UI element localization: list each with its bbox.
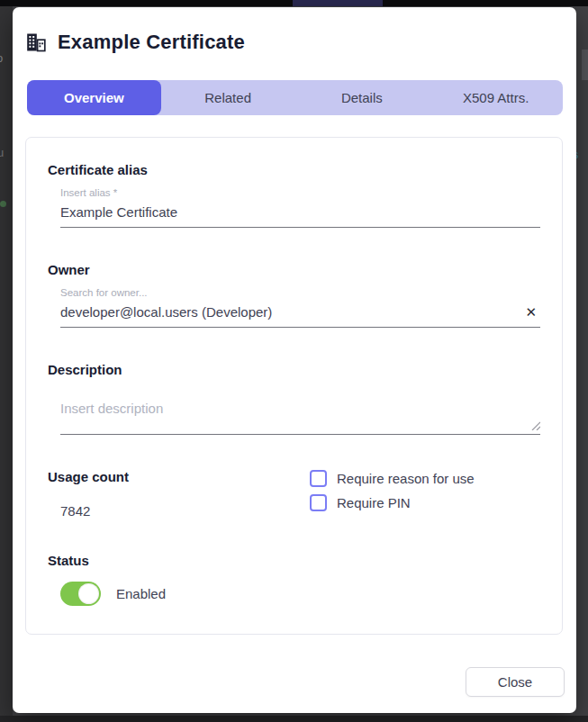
clear-owner-icon[interactable]: ✕ [521,305,540,319]
background-bottom-strip [0,716,588,722]
resize-handle-icon[interactable] [530,420,540,430]
certificate-alias-input[interactable]: Example Certificate [60,204,540,220]
require-pin-checkbox[interactable] [310,494,327,511]
certificate-alias-value: Example Certificate [60,204,540,220]
tab-related[interactable]: Related [161,80,295,115]
certificate-alias-field: Insert alias * Example Certificate [60,187,540,228]
certificate-alias-field-label: Insert alias * [60,187,540,198]
require-reason-label: Require reason for use [337,471,475,486]
background-box-fragment [582,50,588,80]
require-reason-checkbox-row[interactable]: Require reason for use [310,470,475,487]
status-group: Status Enabled [48,553,540,606]
status-toggle[interactable] [60,582,101,606]
owner-group: Owner Search for owner... developer@loca… [48,262,540,328]
tab-details[interactable]: Details [295,80,430,115]
certificate-dialog: Example Certificate Overview Related Det… [13,7,576,713]
description-label: Description [48,362,540,377]
dialog-title: Example Certificate [58,31,245,54]
tab-x509-attrs[interactable]: X509 Attrs. [429,80,563,115]
owner-search-input[interactable]: developer@local.users (Developer) ✕ [60,304,540,320]
certificate-alias-label: Certificate alias [48,162,540,177]
owner-value: developer@local.users (Developer) [60,304,521,320]
tab-overview[interactable]: Overview [27,80,161,115]
background-left-strip [0,6,13,722]
owner-field-label: Search for owner... [60,287,540,298]
usage-count-value: 7842 [60,503,310,519]
buildings-icon [25,32,47,53]
status-label: Status [48,553,540,568]
require-reason-checkbox[interactable] [310,470,327,487]
owner-field: Search for owner... developer@local.user… [60,287,540,328]
require-pin-label: Require PIN [337,495,411,510]
description-textarea[interactable]: Insert description [60,401,540,435]
description-placeholder: Insert description [60,401,540,416]
background-top-bar-accent [293,0,383,6]
status-toggle-knob [78,583,99,604]
usage-count-label: Usage count [48,469,310,484]
usage-count-group: Usage count 7842 [48,469,310,519]
status-toggle-row: Enabled [60,582,540,606]
require-pin-checkbox-row[interactable]: Require PIN [310,494,475,511]
background-status-dot [0,201,6,207]
certificate-alias-group: Certificate alias Insert alias * Example… [48,162,540,228]
dialog-header: Example Certificate [25,31,245,54]
usage-and-flags-row: Usage count 7842 Require reason for use … [48,469,540,519]
close-button[interactable]: Close [466,667,565,697]
dialog-tabbar: Overview Related Details X509 Attrs. [27,80,563,115]
description-group: Description Insert description [48,362,540,435]
owner-label: Owner [48,262,540,277]
flags-column: Require reason for use Require PIN [310,469,475,519]
overview-form-card: Certificate alias Insert alias * Example… [25,137,563,635]
status-value: Enabled [116,586,166,601]
